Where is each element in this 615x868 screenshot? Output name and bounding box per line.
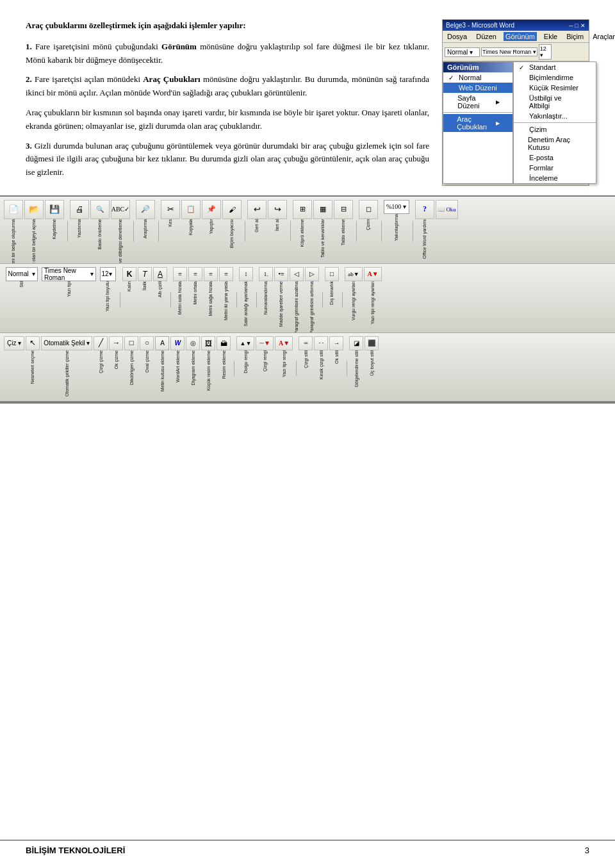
aligncenter-button[interactable]: ≡ [188, 267, 202, 281]
save-button[interactable]: 💾 [45, 200, 64, 219]
menu-web-duzeni[interactable]: Web Düzeni [443, 83, 512, 93]
undo-button[interactable]: ↩ [247, 200, 266, 219]
linespace-label: Satır aralığı ayarlamak [243, 281, 249, 328]
zoom-dropdown[interactable]: %100 ▾ [384, 200, 409, 214]
hyperlink-button[interactable]: ⊞ [293, 200, 312, 219]
indentincrease-button[interactable]: ▷ [305, 267, 319, 281]
underline-label: Altı çizili [158, 281, 163, 299]
line-button[interactable]: ╱ [94, 336, 108, 350]
research-button[interactable]: 🔎 [136, 200, 155, 219]
formatpaint-button[interactable]: 🖌 [222, 200, 242, 219]
spacer [0, 404, 615, 519]
submenu-formlar[interactable]: Formlar [514, 163, 596, 173]
menu-arac-cubuklari[interactable]: Araç Çubukları▶ [443, 114, 512, 132]
redo-button[interactable]: ↪ [268, 200, 287, 219]
open-button[interactable]: 📂 [24, 200, 44, 219]
oval-button[interactable]: ○ [140, 336, 154, 350]
submenu-kucuk-resimler[interactable]: Küçük Resimler [514, 83, 596, 93]
print-button[interactable]: 🖨 [70, 200, 89, 219]
menu-ekle[interactable]: Ekle [542, 32, 559, 41]
clipart-button[interactable]: 🖼 [201, 336, 215, 350]
bold-button[interactable]: K [122, 267, 136, 281]
border-button[interactable]: □ [325, 267, 339, 281]
arrow-button[interactable]: → [109, 336, 123, 350]
submenu-yakinlastir[interactable]: Yakınlaştır... [514, 111, 596, 121]
textbox-button[interactable]: A [155, 336, 169, 350]
alignright-button[interactable]: ≡ [204, 267, 218, 281]
wordart-button[interactable]: W [170, 336, 184, 350]
paste-button[interactable]: 📌 [202, 200, 221, 219]
hyperlink-label: Köprü ekleme [300, 219, 305, 249]
menu-dosya[interactable]: Dosya [445, 32, 469, 41]
size-dropdown-word[interactable]: 12 ▾ [539, 44, 552, 60]
highlight-button[interactable]: ab▼ [345, 267, 363, 281]
fontcolor2-button[interactable]: A▼ [275, 336, 293, 350]
fontsize-dropdown[interactable]: 12▾ [100, 267, 116, 281]
picture-button[interactable]: 🏔 [217, 336, 231, 350]
font-dropdown[interactable]: Times New Roman▾ [42, 267, 96, 281]
help-label: Office Word yardımı [422, 219, 427, 261]
btn-tablesborders: ▦ Tablo ve kenarlıklar [313, 200, 332, 259]
underline-button[interactable]: A [153, 267, 167, 281]
draw-menu-button[interactable]: Çiz ▾ [4, 336, 24, 350]
fontcolor-button[interactable]: A▼ [364, 267, 382, 281]
diagram-label: Diyagram ekleme [191, 350, 196, 387]
minimize-btn[interactable]: ─ [569, 22, 573, 29]
btn-bold: K Kalın [122, 267, 136, 293]
new-doc-button[interactable]: 📄 [4, 200, 23, 219]
italic-button[interactable]: T [138, 267, 152, 281]
word-inner-toolbar: Normal ▾ Times New Roman ▾ 12 ▾ [443, 43, 589, 61]
submenu-bicimlendirme[interactable]: Biçimlendirme [514, 72, 596, 83]
inserttable-button[interactable]: ⊟ [334, 200, 353, 219]
arrowstyle-button[interactable]: → [329, 336, 343, 350]
menu-gorunum[interactable]: Görünüm [504, 32, 537, 41]
style-dropdown[interactable]: Normal▾ [6, 267, 38, 281]
menu-duzen[interactable]: Düzen [474, 32, 498, 41]
maximize-btn[interactable]: □ [575, 22, 578, 29]
submenu-inceleme[interactable]: İnceleme [514, 173, 596, 183]
linecolor-button[interactable]: ─▼ [256, 336, 274, 350]
fillcolor-button[interactable]: ▲▼ [236, 336, 254, 350]
read-button[interactable]: 📖 Oku [436, 200, 458, 219]
paragraph-1: 1. Fare işaretçisini mönü çubuğundaki Gö… [26, 40, 429, 67]
numbering-button[interactable]: 1. [259, 267, 273, 281]
select-objects-button[interactable]: ↖ [26, 336, 40, 350]
spell-button[interactable]: ABC✓ [111, 200, 130, 219]
preview-button[interactable]: 🔍 [90, 200, 110, 219]
menu-normal[interactable]: ✓Normal [443, 72, 512, 83]
copy-button[interactable]: 📋 [181, 200, 201, 219]
linestyle-button[interactable]: ═ [299, 336, 313, 350]
style-dropdown-word[interactable]: Normal ▾ [445, 47, 480, 57]
submenu-denetim[interactable]: Denetim Araç Kutusu [514, 135, 596, 152]
submenu-eposta[interactable]: E-posta [514, 152, 596, 163]
copy-label: Kopyala [188, 219, 193, 237]
cut-button[interactable]: ✂ [161, 200, 180, 219]
indentincrease-label: Paragraf girintisini arttırma [309, 281, 315, 333]
submenu-cizim[interactable]: Çizim [514, 124, 596, 135]
zoom-label: Yakınlaştırma [394, 214, 399, 243]
help-button[interactable]: ? [415, 200, 434, 219]
diagram-button[interactable]: ◎ [186, 336, 200, 350]
dashstyle-button[interactable]: - - [314, 336, 328, 350]
alignleft-button[interactable]: ≡ [173, 267, 187, 281]
submenu-standart[interactable]: ✓Standart [514, 62, 596, 72]
justify-button[interactable]: ≡ [219, 267, 233, 281]
menu-araclar[interactable]: Araçlar [591, 32, 615, 41]
linespace-button[interactable]: ↕ [239, 267, 253, 281]
tablesborders-button[interactable]: ▦ [313, 200, 332, 219]
font-dropdown-word[interactable]: Times New Roman ▾ [481, 47, 537, 56]
shadow-button[interactable]: ◪ [349, 336, 363, 350]
btn-arrowstyle: → Ok stili [329, 336, 343, 366]
btn-open: 📂 Kayıtlı olan bir belgeyi açma [24, 200, 44, 264]
3dstyle-button[interactable]: ⬛ [365, 336, 379, 350]
drawing-button[interactable]: ◻ [359, 200, 378, 219]
close-btn[interactable]: ✕ [580, 22, 586, 29]
indentdecrease-button[interactable]: ◁ [290, 267, 304, 281]
autoshape-button[interactable]: Otomatik Şekil ▾ [41, 336, 92, 350]
tablesborders-label: Tablo ve kenarlıklar [320, 219, 325, 259]
menu-sayfa-duzeni[interactable]: Sayfa Düzeni▶ [443, 93, 512, 111]
submenu-ustbilgi[interactable]: Üstbilgi ve Altbilgi [514, 93, 596, 111]
bullets-button[interactable]: •≡ [274, 267, 288, 281]
rect-button[interactable]: □ [124, 336, 138, 350]
menu-bicim[interactable]: Biçim [564, 32, 586, 41]
